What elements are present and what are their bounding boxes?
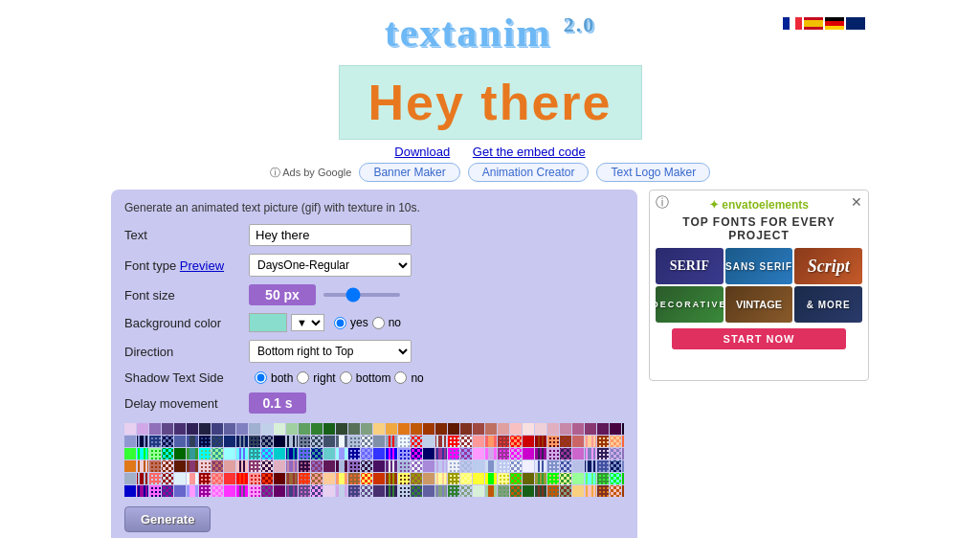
texture-cell[interactable]	[323, 448, 335, 460]
texture-cell[interactable]	[597, 460, 609, 472]
texture-cell[interactable]	[274, 448, 285, 460]
texture-cell[interactable]	[336, 436, 347, 447]
texture-cell[interactable]	[361, 485, 372, 497]
language-flags[interactable]	[783, 17, 865, 30]
texture-cell[interactable]	[435, 423, 447, 435]
texture-cell[interactable]	[137, 460, 148, 472]
texture-cell[interactable]	[411, 473, 422, 484]
texture-cell[interactable]	[224, 485, 235, 497]
ad-cell-sans[interactable]: SANS SERIF	[725, 248, 793, 284]
texture-cell[interactable]	[137, 423, 148, 435]
texture-cell[interactable]	[212, 423, 223, 435]
texture-cell[interactable]	[498, 460, 509, 472]
texture-cell[interactable]	[212, 473, 223, 484]
texture-cell[interactable]	[622, 436, 624, 447]
ad-cell-script[interactable]: Script	[794, 248, 862, 284]
texture-cell[interactable]	[174, 473, 186, 484]
shadow-both-radio[interactable]	[255, 371, 267, 384]
texture-cell[interactable]	[473, 423, 484, 435]
texture-cell[interactable]	[336, 485, 347, 497]
texture-cell[interactable]	[323, 460, 335, 472]
texture-cell[interactable]	[510, 460, 522, 472]
texture-cell[interactable]	[323, 436, 335, 447]
texture-cell[interactable]	[361, 448, 372, 460]
texture-cell[interactable]	[149, 473, 161, 484]
texture-cell[interactable]	[236, 485, 248, 497]
texture-cell[interactable]	[498, 473, 509, 484]
texture-cell[interactable]	[572, 423, 584, 435]
direction-select[interactable]: Bottom right to Top	[249, 340, 412, 363]
texture-cell[interactable]	[162, 448, 173, 460]
texture-cell[interactable]	[386, 436, 397, 447]
texture-cell[interactable]	[187, 473, 198, 484]
texture-cell[interactable]	[336, 460, 347, 472]
texture-cell[interactable]	[398, 485, 410, 497]
ad-cell-serif[interactable]: SERIF	[656, 248, 724, 284]
texture-cell[interactable]	[622, 423, 624, 435]
flag-de[interactable]	[825, 17, 844, 30]
texture-cell[interactable]	[498, 485, 509, 497]
texture-cell[interactable]	[249, 485, 260, 497]
texture-cell[interactable]	[510, 473, 522, 484]
texture-cell[interactable]	[348, 436, 360, 447]
texture-cell[interactable]	[572, 436, 584, 447]
shadow-bottom-radio[interactable]	[340, 371, 352, 384]
texture-cell[interactable]	[523, 473, 534, 484]
texture-cell[interactable]	[610, 448, 621, 460]
text-input[interactable]	[249, 224, 412, 246]
texture-cell[interactable]	[398, 423, 410, 435]
texture-cell[interactable]	[411, 423, 422, 435]
ad-cell-decorative[interactable]: DECORATIVE	[656, 286, 724, 323]
texture-cell[interactable]	[498, 436, 509, 447]
texture-cell[interactable]	[187, 423, 198, 435]
texture-cell[interactable]	[386, 448, 397, 460]
texture-cell[interactable]	[473, 436, 484, 447]
texture-cell[interactable]	[460, 460, 472, 472]
texture-cell[interactable]	[137, 436, 148, 447]
texture-cell[interactable]	[411, 448, 422, 460]
texture-cell[interactable]	[311, 448, 323, 460]
texture-cell[interactable]	[286, 436, 298, 447]
texture-cell[interactable]	[510, 485, 522, 497]
texture-cell[interactable]	[473, 448, 484, 460]
texture-cell[interactable]	[585, 436, 596, 447]
texture-cell[interactable]	[460, 473, 472, 484]
texture-cell[interactable]	[274, 460, 285, 472]
texture-cell[interactable]	[485, 485, 497, 497]
texture-cell[interactable]	[137, 448, 148, 460]
texture-cell[interactable]	[212, 460, 223, 472]
texture-cell[interactable]	[174, 460, 186, 472]
texture-cell[interactable]	[124, 448, 136, 460]
texture-cell[interactable]	[224, 473, 235, 484]
texture-cell[interactable]	[249, 473, 260, 484]
texture-cell[interactable]	[348, 460, 360, 472]
texture-cell[interactable]	[348, 485, 360, 497]
texture-cell[interactable]	[299, 485, 310, 497]
texture-cell[interactable]	[585, 485, 596, 497]
texture-cell[interactable]	[236, 423, 248, 435]
texture-cell[interactable]	[610, 423, 621, 435]
texture-cell[interactable]	[597, 473, 609, 484]
texture-cell[interactable]	[547, 460, 559, 472]
texture-cell[interactable]	[149, 485, 161, 497]
texture-cell[interactable]	[361, 473, 372, 484]
texture-cell[interactable]	[585, 448, 596, 460]
texture-cell[interactable]	[311, 485, 323, 497]
texture-cell[interactable]	[187, 485, 198, 497]
texture-cell[interactable]	[336, 448, 347, 460]
font-type-select[interactable]: DaysOne-Regular	[249, 254, 412, 277]
texture-cell[interactable]	[286, 473, 298, 484]
texture-cell[interactable]	[560, 448, 571, 460]
texture-cell[interactable]	[274, 423, 285, 435]
texture-cell[interactable]	[523, 460, 534, 472]
texture-cell[interactable]	[560, 436, 571, 447]
color-dropdown[interactable]: ▼	[291, 314, 324, 331]
texture-cell[interactable]	[610, 460, 621, 472]
texture-cell[interactable]	[535, 485, 546, 497]
texture-cell[interactable]	[286, 485, 298, 497]
texture-cell[interactable]	[423, 473, 434, 484]
texture-cell[interactable]	[149, 448, 161, 460]
texture-cell[interactable]	[224, 436, 235, 447]
texture-cell[interactable]	[435, 448, 447, 460]
texture-cell[interactable]	[610, 436, 621, 447]
